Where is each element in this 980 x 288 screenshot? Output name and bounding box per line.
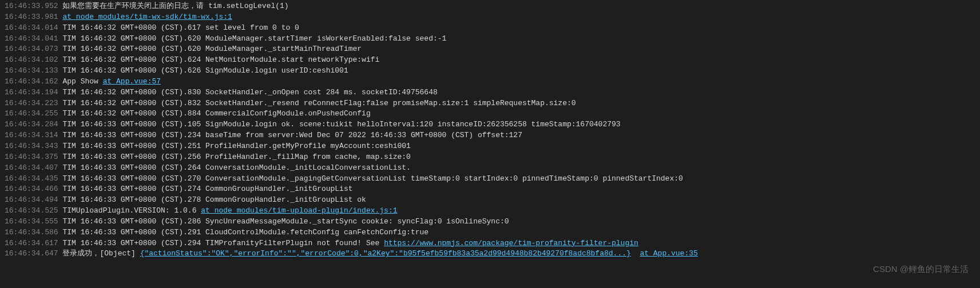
log-link[interactable]: https://www.npmjs.com/package/tim-profan… [384,239,638,247]
log-message: TIM 16:46:33 GMT+0800 (CST).105 SignModu… [58,120,621,129]
log-link[interactable]: at node_modules/tim-upload-plugin/index.… [201,206,397,215]
log-message: TIM 16:46:33 GMT+0800 (CST).294 TIMProfa… [58,239,384,247]
log-message: TIM 16:46:33 GMT+0800 (CST).256 ProfileH… [58,153,411,161]
log-message: TIM 16:46:32 GMT+0800 (CST).620 ModuleMa… [58,34,447,43]
log-line: 16:46:34.073 TIM 16:46:32 GMT+0800 (CST)… [5,44,975,55]
log-line: 16:46:33.981 at node_modules/tim-wx-sdk/… [5,12,975,23]
log-line: 16:46:34.375 TIM 16:46:33 GMT+0800 (CST)… [5,152,975,163]
log-link[interactable]: at App.vue:35 [640,249,697,258]
log-line: 16:46:34.586 TIM 16:46:33 GMT+0800 (CST)… [5,227,975,238]
log-message: TIM 16:46:32 GMT+0800 (CST).624 NetMonit… [58,55,380,64]
log-line: 16:46:34.014 TIM 16:46:32 GMT+0800 (CST)… [5,23,975,34]
log-timestamp: 16:46:34.073 [5,45,58,53]
log-message: TIM 16:46:32 GMT+0800 (CST).626 SignModu… [58,66,348,75]
log-timestamp: 16:46:34.435 [5,174,58,183]
log-message: TIMUploadPlugin.VERSION: 1.0.6 [58,206,201,215]
log-message: TIM 16:46:32 GMT+0800 (CST).830 SocketHa… [58,88,438,97]
log-message: TIM 16:46:33 GMT+0800 (CST).270 Conversa… [58,174,683,183]
log-timestamp: 16:46:34.407 [5,163,58,172]
log-message: TIM 16:46:33 GMT+0800 (CST).264 Conversa… [58,163,411,172]
log-timestamp: 16:46:34.555 [5,217,58,226]
log-link[interactable]: at App.vue:57 [103,77,161,86]
log-timestamp: 16:46:34.525 [5,206,58,215]
log-timestamp: 16:46:34.586 [5,228,58,237]
log-timestamp: 16:46:34.194 [5,88,58,97]
log-timestamp: 16:46:34.133 [5,66,58,75]
log-message: TIM 16:46:33 GMT+0800 (CST).286 SyncUnre… [58,217,509,226]
log-timestamp: 16:46:34.102 [5,55,58,64]
log-line: 16:46:34.525 TIMUploadPlugin.VERSION: 1.… [5,206,975,217]
log-message [631,249,640,258]
log-message: TIM 16:46:33 GMT+0800 (CST).251 ProfileH… [58,142,411,150]
log-line: 16:46:33.952 如果您需要在生产环境关闭上面的日志，请 tim.set… [5,1,975,12]
log-timestamp: 16:46:34.494 [5,195,58,204]
log-timestamp: 16:46:34.162 [5,77,58,86]
log-line: 16:46:34.041 TIM 16:46:32 GMT+0800 (CST)… [5,34,975,45]
log-message: TIM 16:46:33 GMT+0800 (CST).278 CommonGr… [58,195,366,204]
log-line: 16:46:34.494 TIM 16:46:33 GMT+0800 (CST)… [5,195,975,206]
log-line: 16:46:34.647 登录成功，[Object] {"actionStatu… [5,249,975,259]
log-line: 16:46:34.466 TIM 16:46:33 GMT+0800 (CST)… [5,184,975,195]
log-line: 16:46:34.435 TIM 16:46:33 GMT+0800 (CST)… [5,174,975,185]
log-line: 16:46:34.162 App Show at App.vue:57 [5,77,975,87]
log-line: 16:46:34.133 TIM 16:46:32 GMT+0800 (CST)… [5,66,975,77]
log-timestamp: 16:46:34.343 [5,142,58,150]
log-line: 16:46:34.255 TIM 16:46:32 GMT+0800 (CST)… [5,109,975,119]
log-message: TIM 16:46:33 GMT+0800 (CST).234 baseTime… [58,131,522,139]
log-line: 16:46:34.343 TIM 16:46:33 GMT+0800 (CST)… [5,141,975,152]
log-message: TIM 16:46:32 GMT+0800 (CST).832 SocketHa… [58,99,576,107]
log-timestamp: 16:46:33.981 [5,13,58,21]
log-timestamp: 16:46:34.617 [5,239,58,247]
log-message: TIM 16:46:32 GMT+0800 (CST).884 Commerci… [58,109,371,118]
log-link[interactable]: {"actionStatus":"OK","errorInfo":"","err… [140,249,631,258]
log-line: 16:46:34.284 TIM 16:46:33 GMT+0800 (CST)… [5,119,975,130]
log-line: 16:46:34.223 TIM 16:46:32 GMT+0800 (CST)… [5,98,975,109]
log-line: 16:46:34.314 TIM 16:46:33 GMT+0800 (CST)… [5,130,975,141]
log-timestamp: 16:46:34.014 [5,23,58,32]
log-link[interactable]: at node_modules/tim-wx-sdk/tim-wx.js:1 [62,13,232,21]
log-message: 登录成功，[Object] [58,249,140,258]
log-message: TIM 16:46:33 GMT+0800 (CST).291 CloudCon… [58,228,429,237]
log-message: 如果您需要在生产环境关闭上面的日志，请 tim.setLogLevel(1) [58,2,289,10]
log-timestamp: 16:46:34.647 [5,249,58,258]
log-line: 16:46:34.617 TIM 16:46:33 GMT+0800 (CST)… [5,238,975,249]
log-line: 16:46:34.194 TIM 16:46:32 GMT+0800 (CST)… [5,87,975,98]
log-message: App Show [58,77,103,86]
log-message: TIM 16:46:33 GMT+0800 (CST).274 CommonGr… [58,185,353,193]
log-line: 16:46:34.555 TIM 16:46:33 GMT+0800 (CST)… [5,217,975,227]
watermark-text: CSDN @鲤鱼的日常生活 [873,263,969,275]
log-timestamp: 16:46:34.375 [5,153,58,161]
console-log-container: 16:46:33.952 如果您需要在生产环境关闭上面的日志，请 tim.set… [5,1,975,259]
log-line: 16:46:34.102 TIM 16:46:32 GMT+0800 (CST)… [5,55,975,66]
log-message: TIM 16:46:32 GMT+0800 (CST).620 ModuleMa… [58,45,362,53]
log-line: 16:46:34.407 TIM 16:46:33 GMT+0800 (CST)… [5,163,975,174]
log-message: TIM 16:46:32 GMT+0800 (CST).617 set leve… [58,23,299,32]
log-timestamp: 16:46:34.314 [5,131,58,139]
log-timestamp: 16:46:34.284 [5,120,58,129]
log-timestamp: 16:46:34.041 [5,34,58,43]
log-timestamp: 16:46:34.255 [5,109,58,118]
log-timestamp: 16:46:33.952 [5,2,58,10]
log-timestamp: 16:46:34.223 [5,99,58,107]
log-timestamp: 16:46:34.466 [5,185,58,193]
